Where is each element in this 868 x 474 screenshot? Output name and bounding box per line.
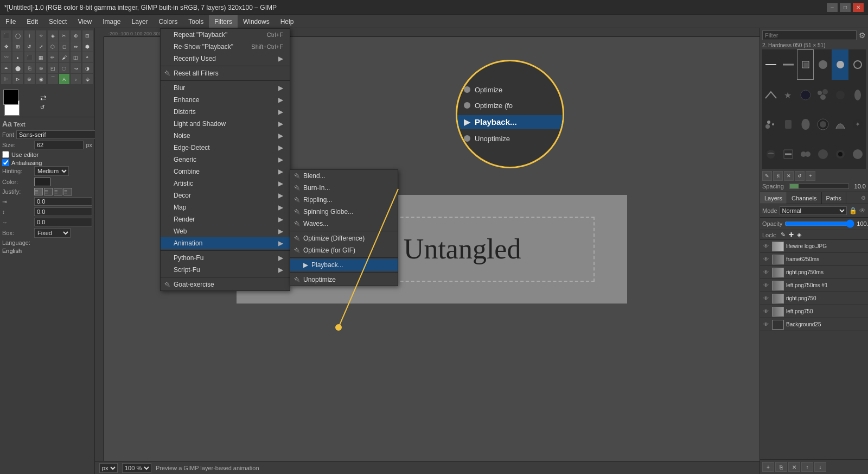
layer-visibility-icon[interactable]: 👁	[762, 321, 770, 328]
brush-item[interactable]	[814, 140, 831, 169]
tool-free-select[interactable]: ⌇	[24, 30, 35, 41]
zoom-level-select[interactable]: 100 % 50 % 200 %	[122, 463, 151, 473]
menu-map[interactable]: Map ▶	[161, 201, 290, 213]
menu-goat-exercise[interactable]: 🔌 Goat-exercise	[161, 279, 290, 290]
brush-item[interactable]	[797, 140, 814, 169]
layer-down-button[interactable]: ↓	[814, 462, 826, 472]
mode-select[interactable]: Normal Dissolve Multiply	[780, 206, 847, 215]
layer-visibility-icon[interactable]: 👁	[762, 243, 770, 250]
brush-item[interactable]	[797, 110, 814, 140]
tool-airbrush[interactable]: ⚬	[82, 52, 93, 62]
layer-row[interactable]: 👁 right.png750ms	[760, 266, 868, 279]
layer-row[interactable]: 👁 right.png750	[760, 292, 868, 305]
tool-rect-select[interactable]: ⬛	[1, 30, 11, 41]
menu-decor[interactable]: Decor ▶	[161, 189, 290, 201]
menu-distorts[interactable]: Distorts ▶	[161, 106, 290, 118]
menu-combine[interactable]: Combine ▶	[161, 166, 290, 178]
layer-row[interactable]: 👁 left.png750	[760, 305, 868, 318]
brush-item[interactable]	[814, 80, 831, 110]
use-editor-check[interactable]	[2, 151, 9, 158]
layer-duplicate-button[interactable]: ⎘	[775, 462, 787, 472]
tool-flip[interactable]: ⇔	[71, 41, 81, 52]
tool-paths[interactable]: ⌒	[48, 74, 58, 84]
tool-clone[interactable]: ⎘	[24, 63, 35, 73]
menu-tools[interactable]: Tools	[183, 15, 209, 28]
menu-select[interactable]: Select	[43, 15, 72, 28]
spacing-bar[interactable]	[789, 184, 849, 189]
menu-filters[interactable]: Filters	[209, 15, 238, 28]
menu-edge-detect[interactable]: Edge-Detect ▶	[161, 142, 290, 154]
tool-zoom[interactable]: ⊕	[24, 74, 35, 84]
tool-text[interactable]: A	[59, 74, 69, 84]
font-input[interactable]	[16, 130, 97, 139]
brush-add-button[interactable]: +	[806, 171, 815, 181]
tool-warp[interactable]: 〰	[1, 52, 11, 62]
layer-delete-button[interactable]: ✕	[788, 462, 800, 472]
justify-fill[interactable]: ≡	[63, 188, 72, 195]
tool-pencil[interactable]: ✏	[48, 52, 58, 62]
menu-reset-filters[interactable]: 🔌 Reset all Filters	[161, 67, 290, 79]
maximize-button[interactable]: □	[840, 3, 851, 12]
brush-delete-button[interactable]: ✕	[784, 171, 794, 181]
anim-playback[interactable]: ▶ Playback...	[290, 259, 398, 271]
tool-cage[interactable]: ⬢	[82, 41, 93, 52]
box-select[interactable]: Fixed Dynamic	[34, 228, 71, 238]
menu-web[interactable]: Web ▶	[161, 225, 290, 237]
layer-visibility-icon[interactable]: 👁	[762, 256, 770, 263]
tool-align[interactable]: ⊟	[82, 30, 93, 41]
brush-refresh-button[interactable]: ↺	[795, 171, 805, 181]
tab-layers[interactable]: Layers	[760, 192, 787, 204]
menu-python-fu[interactable]: Python-Fu ▶	[161, 252, 290, 264]
tool-dodge-burn[interactable]: ◑	[82, 63, 93, 73]
foreground-color[interactable]	[3, 90, 18, 105]
brush-item[interactable]	[780, 49, 796, 80]
menu-animation[interactable]: Animation ▶	[161, 237, 290, 249]
anim-optimize-gif[interactable]: 🔌 Optimize (for GIF)	[290, 244, 398, 256]
layer-visibility-icon[interactable]: 👁	[762, 295, 770, 302]
menu-render[interactable]: Render ▶	[161, 213, 290, 225]
close-button[interactable]: ✕	[853, 3, 864, 12]
text-color-swatch[interactable]	[34, 178, 50, 186]
layer-up-button[interactable]: ↑	[801, 462, 813, 472]
tool-blend[interactable]: ▦	[36, 52, 46, 62]
menu-generic[interactable]: Generic ▶	[161, 154, 290, 166]
size-input[interactable]	[34, 141, 84, 149]
tool-eraser[interactable]: ◫	[71, 52, 81, 62]
tool-mypaints[interactable]: ⬤	[12, 63, 23, 73]
anim-rippling[interactable]: 🔌 Rippling...	[290, 194, 398, 206]
menu-layer[interactable]: Layer	[126, 15, 154, 28]
layer-row[interactable]: 👁 Background25	[760, 318, 868, 331]
indent-input[interactable]	[34, 197, 92, 206]
layer-row[interactable]: 👁 frame6250ms	[760, 253, 868, 266]
anim-waves[interactable]: 🔌 Waves...	[290, 218, 398, 230]
brush-item[interactable]	[797, 49, 814, 80]
brush-item[interactable]	[849, 49, 866, 80]
anim-optimize-diff[interactable]: 🔌 Optimize (Difference)	[290, 232, 398, 244]
menu-blur[interactable]: Blur ▶	[161, 82, 290, 94]
layer-visibility-icon[interactable]: 👁	[762, 269, 770, 276]
tool-fuzzy-select[interactable]: ✧	[36, 30, 46, 41]
layer-row[interactable]: 👁 lifewire logo.JPG	[760, 240, 868, 253]
lock-pixels-icon[interactable]: ✎	[781, 231, 786, 238]
callout-optimize[interactable]: Optimize	[457, 84, 563, 96]
tool-measure[interactable]: ⊢	[1, 74, 11, 84]
brush-item[interactable]: ★	[780, 80, 796, 110]
menu-enhance[interactable]: Enhance ▶	[161, 94, 290, 106]
brush-item[interactable]	[832, 140, 848, 169]
tool-handle-transform[interactable]: ⬧	[12, 52, 23, 62]
brush-item[interactable]	[832, 110, 848, 140]
mode-eye-icon[interactable]: 👁	[859, 207, 866, 214]
mode-lock-icon[interactable]: 🔒	[849, 207, 857, 214]
brush-item[interactable]	[762, 80, 779, 110]
callout-optimize-fo[interactable]: Optimize (fo	[457, 99, 563, 112]
brush-item[interactable]	[797, 80, 814, 110]
tool-smudge[interactable]: ↝	[71, 63, 81, 73]
justify-center[interactable]: ≡	[44, 188, 53, 195]
menu-reshow-playback[interactable]: Re-Show "Playback" Shift+Ctrl+F	[161, 41, 290, 53]
hinting-select[interactable]: Medium None Slight Full	[34, 166, 69, 176]
anim-burn-in[interactable]: 🔌 Burn-In...	[290, 182, 398, 194]
tool-rotate[interactable]: ↺	[24, 41, 35, 52]
tool-ellipse-select[interactable]: ◯	[12, 30, 23, 41]
menu-script-fu[interactable]: Script-Fu ▶	[161, 264, 290, 276]
lock-alpha-icon[interactable]: ◈	[797, 231, 801, 238]
